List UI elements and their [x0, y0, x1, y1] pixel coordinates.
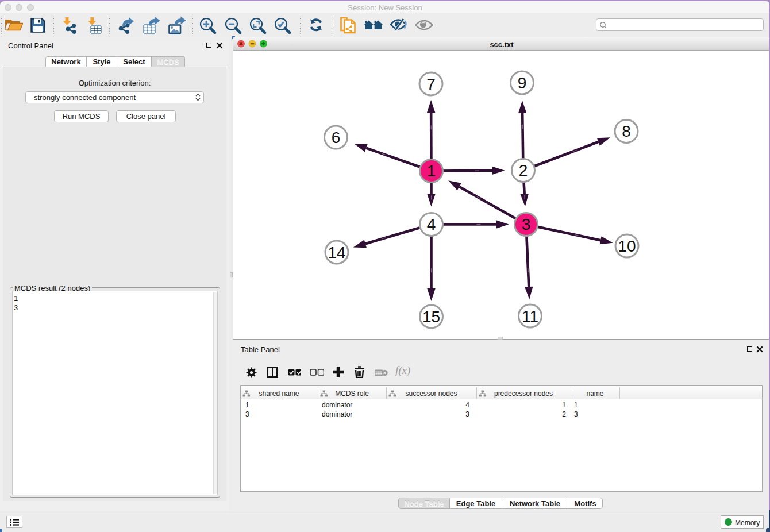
- svg-text:14: 14: [328, 244, 345, 261]
- svg-text:10: 10: [618, 237, 636, 255]
- svg-text:1: 1: [427, 162, 436, 180]
- svg-text:9: 9: [518, 74, 527, 92]
- svg-text:4: 4: [427, 215, 436, 233]
- svg-text:15: 15: [422, 308, 440, 326]
- svg-text:7: 7: [426, 75, 436, 93]
- svg-text:6: 6: [332, 129, 341, 147]
- svg-text:8: 8: [622, 122, 631, 140]
- svg-text:11: 11: [522, 307, 538, 325]
- svg-text:2: 2: [519, 161, 528, 179]
- svg-text:3: 3: [522, 215, 531, 233]
